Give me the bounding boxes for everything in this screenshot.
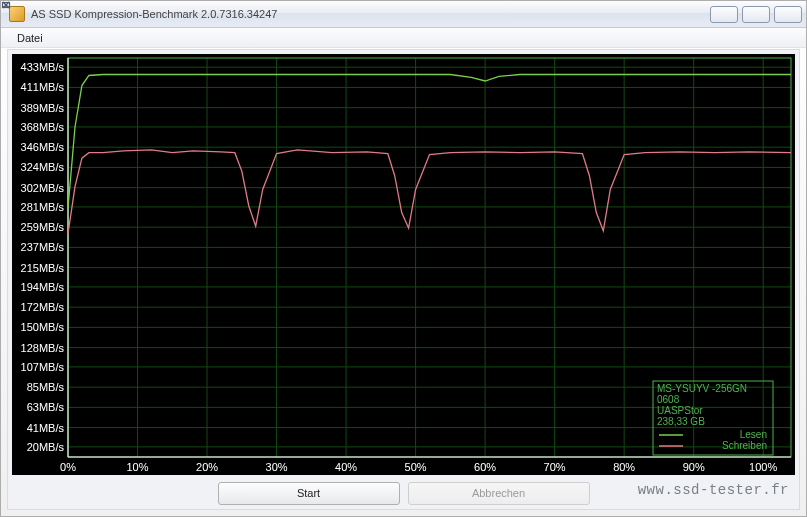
svg-text:368MB/s: 368MB/s [21, 121, 65, 133]
menu-file[interactable]: Datei [11, 30, 49, 46]
maximize-button[interactable] [742, 6, 770, 23]
menubar: Datei [1, 28, 806, 48]
window-buttons [710, 6, 802, 23]
svg-text:41MB/s: 41MB/s [27, 422, 65, 434]
close-button[interactable] [774, 6, 802, 23]
svg-text:346MB/s: 346MB/s [21, 141, 65, 153]
svg-text:172MB/s: 172MB/s [21, 301, 65, 313]
benchmark-chart: 20MB/s41MB/s63MB/s85MB/s107MB/s128MB/s15… [12, 54, 795, 475]
minimize-button[interactable] [710, 6, 738, 23]
svg-text:70%: 70% [544, 461, 566, 473]
start-button[interactable]: Start [218, 482, 400, 505]
svg-text:150MB/s: 150MB/s [21, 321, 65, 333]
svg-text:50%: 50% [405, 461, 427, 473]
svg-text:60%: 60% [474, 461, 496, 473]
svg-text:Schreiben: Schreiben [722, 440, 767, 451]
svg-text:259MB/s: 259MB/s [21, 221, 65, 233]
svg-text:UASPStor: UASPStor [657, 405, 703, 416]
svg-text:128MB/s: 128MB/s [21, 342, 65, 354]
footer: Start Abbrechen [8, 481, 799, 505]
svg-text:20%: 20% [196, 461, 218, 473]
svg-text:30%: 30% [266, 461, 288, 473]
svg-text:10%: 10% [127, 461, 149, 473]
window-title: AS SSD Kompression-Benchmark 2.0.7316.34… [31, 8, 710, 20]
svg-text:0%: 0% [60, 461, 76, 473]
svg-text:324MB/s: 324MB/s [21, 161, 65, 173]
svg-text:238,33 GB: 238,33 GB [657, 416, 705, 427]
svg-text:MS-YSUYV -256GN: MS-YSUYV -256GN [657, 383, 747, 394]
svg-text:237MB/s: 237MB/s [21, 241, 65, 253]
svg-text:302MB/s: 302MB/s [21, 182, 65, 194]
app-icon [9, 6, 25, 22]
svg-text:433MB/s: 433MB/s [21, 61, 65, 73]
client-area: 20MB/s41MB/s63MB/s85MB/s107MB/s128MB/s15… [7, 49, 800, 510]
svg-text:90%: 90% [683, 461, 705, 473]
svg-text:107MB/s: 107MB/s [21, 361, 65, 373]
svg-text:85MB/s: 85MB/s [27, 381, 65, 393]
svg-text:40%: 40% [335, 461, 357, 473]
svg-text:0608: 0608 [657, 394, 680, 405]
abort-button: Abbrechen [408, 482, 590, 505]
svg-text:215MB/s: 215MB/s [21, 262, 65, 274]
svg-text:194MB/s: 194MB/s [21, 281, 65, 293]
svg-text:63MB/s: 63MB/s [27, 401, 65, 413]
svg-text:389MB/s: 389MB/s [21, 102, 65, 114]
svg-text:20MB/s: 20MB/s [27, 441, 65, 453]
svg-rect-35 [68, 58, 791, 457]
titlebar: AS SSD Kompression-Benchmark 2.0.7316.34… [1, 1, 806, 28]
svg-text:100%: 100% [749, 461, 777, 473]
svg-text:80%: 80% [613, 461, 635, 473]
app-window: AS SSD Kompression-Benchmark 2.0.7316.34… [0, 0, 807, 517]
svg-text:411MB/s: 411MB/s [21, 81, 65, 93]
svg-text:Lesen: Lesen [740, 429, 767, 440]
svg-text:281MB/s: 281MB/s [21, 201, 65, 213]
